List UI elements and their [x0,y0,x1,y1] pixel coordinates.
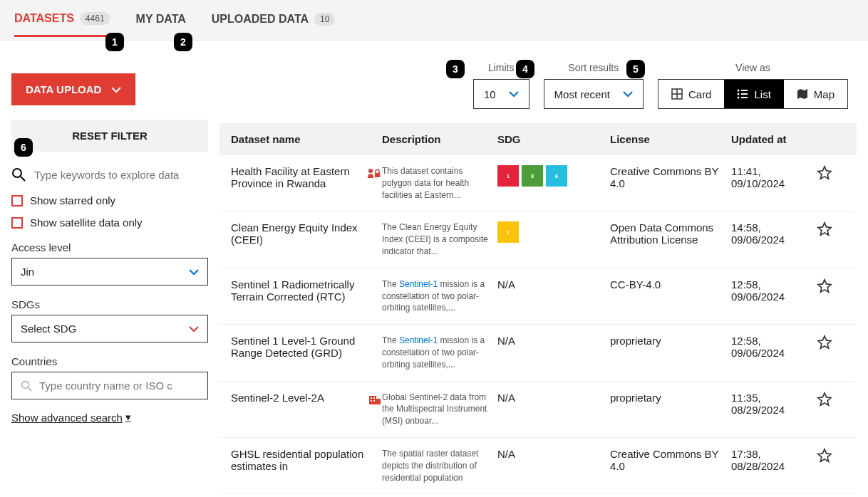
star-button[interactable] [817,392,845,407]
star-icon [817,448,832,464]
star-button[interactable] [817,335,845,350]
svg-point-13 [368,169,373,173]
select-value: 10 [484,88,496,100]
svg-rect-18 [373,397,375,399]
tab-count: 10 [314,13,335,26]
cell-description: The spatial raster dataset depicts the d… [382,448,497,483]
content-area: DATA UPLOAD RESET FILTER Show starred on… [0,41,868,494]
cell-description: The Sentinel-1 mission is a constellatio… [382,278,497,314]
view-label: View as [658,62,848,73]
svg-line-3 [28,387,31,391]
svg-rect-17 [371,397,372,399]
access-level-select[interactable]: Jin [11,258,208,286]
keyword-search[interactable] [11,164,208,184]
checkbox-label: Show satellite data only [30,216,143,229]
table-row[interactable]: Clean Energy Equity Index (CEEI)The Clea… [219,211,857,268]
countries-input[interactable] [39,380,199,392]
search-input[interactable] [34,169,208,181]
star-button[interactable] [817,448,845,464]
countries-input-wrap[interactable] [11,372,208,399]
star-icon [817,221,832,237]
tab-label: UPLOADED DATA [212,13,309,26]
svg-rect-14 [375,173,380,177]
select-value: Jin [21,266,34,278]
advanced-search-toggle[interactable]: Show advanced search ▾ [11,411,208,424]
sentinel-link[interactable]: Sentinel-1 [399,279,438,289]
view-group: View as Card List [658,62,848,109]
reset-filter-button[interactable]: RESET FILTER [11,120,208,152]
star-icon [817,392,832,407]
sentinel-link[interactable]: Sentinel-1 [399,335,438,345]
cell-updated: 12:58, 09/06/2024 [731,335,817,359]
view-map-button[interactable]: Map [784,80,847,108]
table-row[interactable]: Sentinel 1 Level-1 Ground Range Detected… [219,325,857,381]
annotation-badge-5: 5 [626,60,645,78]
select-value: Most recent [554,88,610,100]
cell-description: This dataset contains polygon data for h… [382,165,497,201]
tab-uploaded[interactable]: UPLOADED DATA 10 [212,13,336,36]
view-btn-label: Map [814,88,835,100]
star-icon [817,278,832,294]
annotation-badge-4: 4 [516,60,534,78]
cell-updated: 14:58, 09/06/2024 [731,221,817,246]
checkbox-label: Show starred only [30,194,115,206]
table-row[interactable]: GHSL residential population estimates in… [219,438,857,494]
data-upload-button[interactable]: DATA UPLOAD [11,73,135,105]
table-body: Health Facility at Eastern Province in R… [219,155,857,494]
view-list-button[interactable]: List [724,80,783,108]
card-icon [671,88,683,100]
col-updated: Updated at [731,133,817,145]
checkbox-icon [11,195,23,206]
caret-down-icon: ▾ [125,411,131,424]
view-toggle: Card List Map [658,79,848,109]
annotation-badge-2: 2 [174,33,192,51]
cell-updated: 11:35, 08/29/2024 [731,392,817,416]
controls-row: Limits 10 Sort results Most recent [219,62,857,109]
table-row[interactable]: Sentinel 1 Radiometrically Terrain Corre… [219,268,857,325]
show-starred-checkbox[interactable]: Show starred only [11,194,208,206]
tab-label: MY DATA [136,13,186,26]
annotation-badge-6: 6 [14,138,33,157]
limits-select[interactable]: 10 [473,79,529,109]
chevron-down-icon [623,90,633,98]
chevron-down-icon [111,86,121,93]
cell-name: GHSL residential population estimates in [231,448,382,472]
cell-updated: 17:38, 08/28/2024 [731,448,817,472]
svg-point-7 [738,90,740,92]
advanced-search-label: Show advanced search [11,412,123,424]
main-panel: Limits 10 Sort results Most recent [219,41,857,494]
cell-name: Health Facility at Eastern Province in R… [231,165,382,189]
show-satellite-checkbox[interactable]: Show satellite data only [11,216,208,229]
view-card-button[interactable]: Card [658,80,725,108]
list-icon [737,88,748,100]
star-button[interactable] [817,278,845,294]
cell-license: Creative Commons BY 4.0 [610,448,731,472]
star-button[interactable] [817,165,845,181]
table-row[interactable]: Health Facility at Eastern Province in R… [219,155,857,211]
cell-license: proprietary [610,335,731,347]
tab-datasets[interactable]: DATASETS 4461 [14,12,110,37]
svg-rect-16 [376,399,381,404]
view-btn-label: List [754,88,770,100]
select-value: Select SDG [21,323,76,335]
countries-label: Countries [11,355,208,367]
cell-description: The Sentinel-1 mission is a constellatio… [382,335,497,370]
cell-sdg: N/A [497,335,610,347]
search-icon [21,380,32,392]
sort-select[interactable]: Most recent [544,79,644,109]
cell-license: CC-BY-4.0 [610,278,731,291]
sdg-tile: 1 [497,165,519,187]
col-desc: Description [382,133,497,145]
svg-rect-19 [371,400,372,402]
cell-description: Global Sentinel-2 data from the Multispe… [382,392,497,427]
cell-sdg: 136 [497,165,610,187]
cell-sdg: N/A [497,278,610,291]
star-button[interactable] [817,221,845,237]
sdg-tile: 6 [546,165,567,187]
people-lock-icon [368,168,381,178]
sidebar: DATA UPLOAD RESET FILTER Show starred on… [11,41,219,494]
sdgs-select[interactable]: Select SDG [11,315,208,342]
table-row[interactable]: Sentinel-2 Level-2AGlobal Sentinel-2 dat… [219,382,857,438]
sdg-tile: 3 [522,165,543,187]
chevron-down-icon [509,90,519,98]
